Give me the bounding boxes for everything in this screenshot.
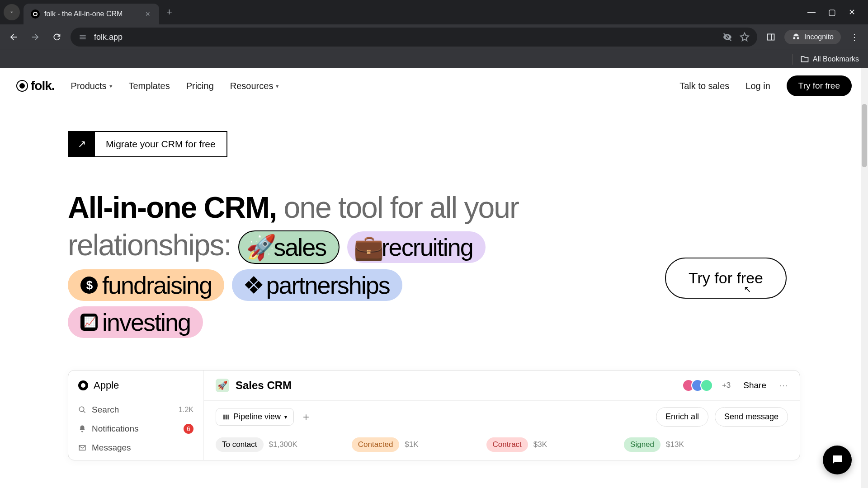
avatar (700, 379, 713, 392)
pill-investing[interactable]: 📈 investing (68, 306, 203, 338)
chevron-down-icon: ▾ (276, 83, 279, 89)
column-contract[interactable]: Contract $3K (486, 437, 547, 452)
trending-up-icon: 📈 (80, 314, 98, 331)
layers-icon: ❖ (245, 277, 262, 294)
side-panel-icon[interactable] (765, 32, 776, 42)
scrollbar-thumb[interactable] (862, 104, 867, 167)
pill-recruiting[interactable]: 💼 recruiting (347, 231, 486, 263)
pill-sales[interactable]: 🚀 sales (238, 230, 340, 264)
nav-resources[interactable]: Resources ▾ (230, 81, 279, 91)
pill-fundraising[interactable]: $ fundraising (68, 269, 224, 301)
app-sidebar: Apple Search 1.2K Notifications 6 Messag… (68, 371, 204, 460)
share-button[interactable]: Share (743, 380, 766, 390)
sidebar-item-messages[interactable]: Messages (68, 438, 203, 457)
column-signed[interactable]: Signed $13K (624, 437, 684, 452)
enrich-all-button[interactable]: Enrich all (656, 407, 708, 427)
column-contacted[interactable]: Contacted $1K (352, 437, 419, 452)
more-options-icon[interactable]: ⋯ (779, 380, 788, 391)
talk-to-sales-link[interactable]: Talk to sales (679, 81, 729, 91)
incognito-badge[interactable]: Incognito (784, 30, 841, 44)
board-title: Sales CRM (236, 379, 292, 392)
app-toolbar: Pipeline view ▾ + Enrich all Send messag… (204, 401, 800, 433)
send-message-button[interactable]: Send message (715, 407, 788, 427)
close-tab-icon[interactable]: × (143, 8, 152, 21)
new-tab-button[interactable]: + (159, 6, 179, 18)
bell-icon (78, 425, 86, 433)
briefcase-icon: 💼 (360, 239, 377, 256)
favicon-icon (31, 9, 40, 19)
nav-resources-label: Resources (230, 81, 274, 91)
app-main: 🚀 Sales CRM +3 Share ⋯ Pipeline view ▾ (204, 371, 800, 460)
workspace-name: Apple (94, 380, 119, 391)
notifications-badge: 6 (184, 424, 193, 434)
divider (793, 54, 793, 65)
back-button[interactable] (5, 29, 22, 45)
app-header: 🚀 Sales CRM +3 Share ⋯ (204, 371, 800, 401)
bookmark-star-icon[interactable] (739, 32, 750, 42)
mail-icon (78, 444, 86, 452)
arrow-up-right-icon: ↗ (69, 132, 95, 156)
browser-tab[interactable]: folk - the All-in-one CRM × (24, 4, 159, 24)
view-selector[interactable]: Pipeline view ▾ (216, 408, 294, 426)
hero-heading: All-in-one CRM, one tool for all your re… (68, 189, 619, 338)
minimize-icon[interactable]: — (807, 7, 816, 17)
all-bookmarks-button[interactable]: All Bookmarks (800, 55, 859, 64)
sidebar-item-search[interactable]: Search 1.2K (68, 400, 203, 419)
chat-widget-button[interactable] (823, 446, 852, 474)
maximize-icon[interactable]: ▢ (828, 7, 836, 17)
logo[interactable]: folk. (16, 79, 55, 93)
incognito-label: Incognito (804, 33, 834, 41)
hero-cta: Try for free (665, 258, 787, 299)
logo-text: folk. (31, 79, 55, 93)
address-bar[interactable]: folk.app (71, 28, 757, 47)
add-view-button[interactable]: + (300, 411, 312, 423)
chat-icon (830, 453, 844, 467)
bookmark-bar: All Bookmarks (0, 50, 868, 68)
chrome-menu-icon[interactable]: ⋮ (846, 32, 863, 42)
try-for-free-header-button[interactable]: Try for free (787, 75, 852, 96)
app-preview: Apple Search 1.2K Notifications 6 Messag… (68, 370, 800, 460)
site-info-icon[interactable] (78, 32, 88, 42)
logo-mark-icon (16, 80, 28, 92)
window-controls: — ▢ ✕ (807, 7, 864, 17)
log-in-link[interactable]: Log in (745, 81, 770, 91)
nav-pricing[interactable]: Pricing (186, 81, 214, 91)
scrollbar-track[interactable] (861, 68, 868, 488)
all-bookmarks-label: All Bookmarks (813, 55, 859, 63)
nav-products[interactable]: Products ▾ (71, 81, 113, 91)
board-icon: 🚀 (216, 379, 229, 392)
url-text: folk.app (94, 33, 716, 42)
folder-icon (800, 55, 809, 64)
migrate-label: Migrate your CRM for free (95, 139, 226, 150)
search-icon (78, 406, 86, 414)
tab-title: folk - the All-in-one CRM (44, 10, 139, 18)
browser-chrome: folk - the All-in-one CRM × + — ▢ ✕ folk… (0, 0, 868, 68)
reload-button[interactable] (49, 29, 65, 45)
migrate-crm-button[interactable]: ↗ Migrate your CRM for free (68, 131, 227, 157)
hero-section: ↗ Migrate your CRM for free All-in-one C… (0, 104, 868, 357)
tab-search-dropdown[interactable] (4, 4, 20, 20)
browser-toolbar: folk.app Incognito ⋮ (0, 24, 868, 50)
try-for-free-hero-button[interactable]: Try for free (665, 258, 787, 299)
dollar-icon: $ (80, 277, 98, 294)
cursor-icon: ↖ (744, 284, 751, 295)
close-window-icon[interactable]: ✕ (849, 7, 855, 17)
column-to-contact[interactable]: To contact $1,300K (216, 437, 297, 452)
chevron-down-icon: ▾ (109, 83, 113, 89)
workspace-icon (78, 380, 88, 390)
pipeline-columns: To contact $1,300K Contacted $1K Contrac… (204, 433, 800, 456)
incognito-icon (792, 33, 801, 42)
nav-templates[interactable]: Templates (129, 81, 170, 91)
board-view-icon (222, 413, 230, 421)
sidebar-item-notifications[interactable]: Notifications 6 (68, 419, 203, 438)
nav-products-label: Products (71, 81, 107, 91)
avatar-stack[interactable] (686, 379, 713, 392)
eye-blocked-icon[interactable] (722, 32, 733, 42)
site-header: folk. Products ▾ Templates Pricing Resou… (0, 68, 868, 104)
page-content: folk. Products ▾ Templates Pricing Resou… (0, 68, 868, 488)
heading-bold: All-in-one CRM, (68, 191, 276, 224)
workspace-switcher[interactable]: Apple (68, 371, 203, 400)
forward-button[interactable] (27, 29, 43, 45)
chevron-down-icon: ▾ (284, 414, 287, 420)
pill-partnerships[interactable]: ❖ partnerships (232, 269, 402, 301)
